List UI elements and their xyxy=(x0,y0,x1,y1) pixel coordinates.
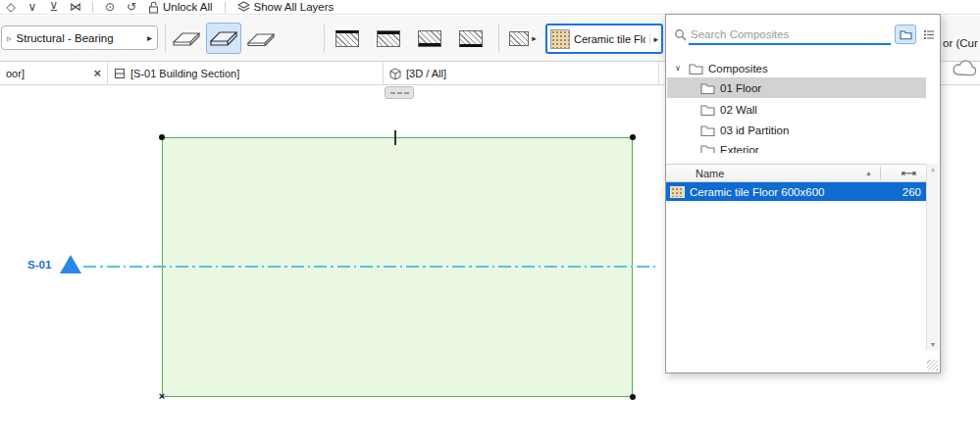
tab-floor-plan[interactable]: oor] × xyxy=(0,63,108,84)
composites-table-header: Name ▲ ⇤⇥ xyxy=(666,164,927,182)
slab-geometry-simple-button[interactable] xyxy=(169,23,204,54)
dropdown-arrow-icon: ▸ xyxy=(649,34,658,44)
hatch-icon xyxy=(509,31,529,46)
favorite-name: Structural - Bearing xyxy=(17,32,142,44)
column-separator[interactable] xyxy=(880,167,881,179)
folder-view-toggle[interactable] xyxy=(895,25,916,44)
folder-icon xyxy=(700,82,715,94)
folder-icon xyxy=(700,104,715,116)
folder-icon xyxy=(700,124,715,136)
clipped-dropdown-text: or (Cur xyxy=(943,37,978,49)
ref-plane-top-button[interactable] xyxy=(330,23,365,54)
slab-thick-icon xyxy=(209,26,238,50)
tree-item-label: Exterior xyxy=(720,144,759,153)
favorites-dropdown[interactable]: ▹ Structural - Bearing ▸ xyxy=(1,25,158,50)
hatch-top-icon xyxy=(335,30,359,47)
list-view-toggle[interactable] xyxy=(918,25,940,44)
marquee-icon[interactable]: ◇ xyxy=(0,0,22,14)
unlock-icon[interactable] xyxy=(148,1,159,14)
dash xyxy=(390,92,395,94)
unlock-all-button[interactable]: Unlock All xyxy=(163,1,213,13)
archicad-window: ◇ ∨ ⊻ ⋈ ⊙ ↺ Unlock All Show All Layers ▹… xyxy=(0,0,980,445)
tree-item-02-wall[interactable]: 02 Wall xyxy=(667,99,926,120)
ref-plane-bottom-button[interactable] xyxy=(453,23,489,54)
structure-type-button[interactable]: ▸ xyxy=(502,23,543,54)
menu-arrow-icon: ▸ xyxy=(532,33,537,43)
table-scrollbar[interactable]: ▲ ▼ xyxy=(926,164,939,350)
tree-root-label: Composites xyxy=(708,63,768,74)
tree-item-01-floor[interactable]: 01 Floor xyxy=(667,77,926,98)
hatch-core-top-icon xyxy=(377,30,400,47)
hatch-core-bottom-icon xyxy=(418,30,441,47)
section-marker-triangle[interactable] xyxy=(60,255,81,273)
tree-item-label: 02 Wall xyxy=(720,104,757,116)
tree-item-03-id-partition[interactable]: 03 id Partition xyxy=(667,120,926,140)
total-thickness-column-icon[interactable]: ⇤⇥ xyxy=(902,168,914,178)
composite-swatch xyxy=(550,29,570,49)
ref-plane-core-bottom-button[interactable] xyxy=(412,23,447,54)
composite-selector-dropdown[interactable]: Ceramic tile Flo... ▸ xyxy=(545,24,663,54)
selected-slab-element[interactable] xyxy=(162,137,633,397)
folder-icon xyxy=(700,144,715,153)
tree-item-exterior[interactable]: Exterior xyxy=(667,141,926,153)
edit-origin-marker[interactable]: × xyxy=(159,390,165,402)
layers-icon[interactable] xyxy=(237,1,250,13)
teamwork-cloud-icon[interactable] xyxy=(951,57,978,82)
cube-icon xyxy=(389,68,401,80)
toolbar-separator xyxy=(225,2,226,13)
scroll-up-icon[interactable]: ▲ xyxy=(927,166,939,173)
composite-thickness-value: 260 xyxy=(903,186,923,198)
favorite-marker-icon: ▹ xyxy=(7,33,12,43)
slab-geometry-alt-button[interactable] xyxy=(243,23,279,54)
mirror-icon[interactable]: ⋈ xyxy=(65,0,86,14)
tab-label: [S-01 Building Section] xyxy=(130,68,239,79)
selection-handle-top-left[interactable] xyxy=(159,134,165,140)
selection-handle-bottom-right[interactable] xyxy=(630,394,636,400)
tree-item-label: 01 Floor xyxy=(720,82,761,94)
dash xyxy=(397,92,402,94)
slab-geometry-selected-button[interactable] xyxy=(206,23,241,54)
folder-view-icon xyxy=(900,29,912,40)
name-column-header[interactable]: Name xyxy=(696,168,724,179)
search-composites-input[interactable] xyxy=(689,25,891,45)
top-toolbar: ◇ ∨ ⊻ ⋈ ⊙ ↺ Unlock All Show All Layers xyxy=(0,0,980,15)
align-bottom-icon[interactable]: ⊻ xyxy=(43,0,65,14)
scroll-down-icon[interactable]: ▼ xyxy=(927,341,939,348)
chevron-down-icon[interactable]: ∨ xyxy=(675,64,684,73)
tab-building-section[interactable]: [S-01 Building Section] xyxy=(108,63,384,84)
section-label: S-01 xyxy=(27,259,51,271)
collapsed-palette-handle[interactable] xyxy=(385,86,414,99)
slab-flat-icon xyxy=(172,26,201,50)
composites-popup-panel: ∨ Composites 01 Floor 02 Wall 03 id Part… xyxy=(665,14,941,373)
toolbar-separator xyxy=(92,2,93,13)
list-view-icon xyxy=(923,29,935,40)
slab-alt-icon xyxy=(246,26,276,50)
chevron-down-icon[interactable]: ∨ xyxy=(22,0,43,14)
search-icon xyxy=(674,27,687,45)
ref-plane-core-top-button[interactable] xyxy=(371,23,406,54)
tree-item-label: 03 id Partition xyxy=(720,124,789,136)
toolbar-separator xyxy=(324,25,325,53)
tab-3d-all[interactable]: [3D / All] xyxy=(384,63,659,84)
dash xyxy=(404,92,409,94)
composite-name: Ceramic tile Floor 600x600 xyxy=(690,186,898,198)
close-tab-icon[interactable]: × xyxy=(93,68,101,79)
target-icon[interactable]: ⊙ xyxy=(99,0,121,14)
composite-selected-name: Ceramic tile Flo... xyxy=(574,33,645,45)
composite-row-selected[interactable]: Ceramic tile Floor 600x600 260 xyxy=(666,182,927,201)
sort-ascending-icon[interactable]: ▲ xyxy=(865,170,872,176)
section-line[interactable] xyxy=(83,266,655,268)
panel-resize-grip[interactable] xyxy=(927,360,938,371)
rotate-icon[interactable]: ↺ xyxy=(121,0,142,14)
tab-label: oor] xyxy=(6,68,25,79)
selection-handle-top-right[interactable] xyxy=(630,134,636,140)
tree-root-composites[interactable]: ∨ Composites xyxy=(667,58,926,78)
composite-thumbnail xyxy=(670,186,685,198)
folder-icon xyxy=(689,63,703,74)
snap-tick xyxy=(394,130,396,145)
dropdown-arrow-icon: ▸ xyxy=(147,32,152,43)
toolbar-separator xyxy=(498,25,499,53)
show-all-layers-button[interactable]: Show All Layers xyxy=(254,1,335,13)
hatch-bottom-icon xyxy=(459,30,483,47)
section-sheet-icon xyxy=(114,68,126,79)
